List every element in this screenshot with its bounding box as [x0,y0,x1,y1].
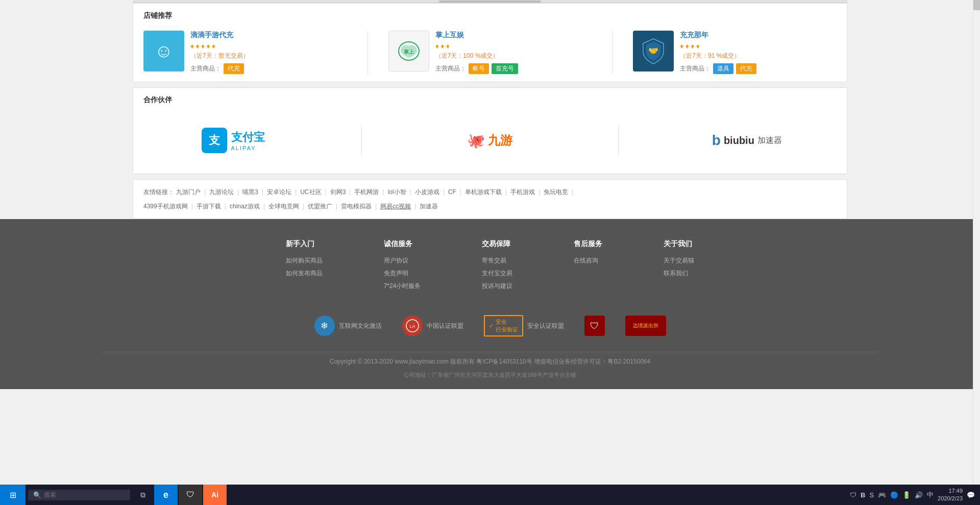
store-avatar-1: ☺ [143,31,184,71]
link-phone-games[interactable]: 手机游戏 [510,186,535,198]
link-chinaz[interactable]: chinaz游戏 [230,200,260,212]
jiuyou-icon: 🐙 [467,132,485,149]
footer-link-user-agreement[interactable]: 用户协议 [384,256,421,265]
svg-text:LA: LA [409,324,415,329]
store-avatar-2: 掌上 [388,31,429,71]
store-stars-3: ♦ ♦ ♦ ♦ [680,42,837,50]
footer-col-trade: 交易保障 寄售交易 支付宝交易 投诉与建议 [482,239,512,295]
biubiu-logo: b biubiu 加速器 [712,132,782,149]
store-info-1: 滴滴手游代充 ♦ ♦ ♦ ♦ ♦ （近7天：暂无交易） 主营商品： 代充 [190,31,347,74]
police-icon: 🛡 [590,321,599,331]
star-icon: ♦ [190,42,194,50]
footer-link-consignment[interactable]: 寄售交易 [482,256,512,265]
badge-internet-culture: ❄ 互联网文化激活 [314,316,382,336]
stores-row: ☺ 滴滴手游代充 ♦ ♦ ♦ ♦ ♦ （近7天：暂无交易） 主营商品： 代充 [143,31,837,74]
partner-biubiu[interactable]: b biubiu 加速器 [696,132,798,149]
link-4399[interactable]: 4399手机游戏网 [143,200,188,212]
footer-link-how-buy[interactable]: 如何购买商品 [286,256,323,265]
scroll-thumb[interactable] [973,0,980,10]
police-badge-icon: 🛡 [584,316,605,336]
store-avatar-3: 🤝 [633,31,674,71]
link-xiaopi-games[interactable]: 小皮游戏 [415,186,439,198]
tag-btn-daichong-3[interactable]: 代充 [736,63,756,74]
link-single-download[interactable]: 单机游戏下载 [465,186,502,198]
link-shouyou-download[interactable]: 手游下载 [197,200,221,212]
footer-col-title-about: 关于我们 [664,239,694,249]
tag-btn-shouchong[interactable]: 首充号 [492,63,518,74]
security-badge-box: ✓ 安全行业验证 [484,315,523,336]
jiuyou-store-icon: 掌上 [394,38,424,64]
store-name-2[interactable]: 掌上互娱 [435,31,592,40]
store-tags-1: 主营商品： 代充 [190,63,347,74]
link-jianjian-3[interactable]: 剑网3 [330,186,346,198]
store-trade-1: （近7天：暂无交易） [190,52,347,60]
link-mobile-games[interactable]: 手机网游 [354,186,379,198]
scroll-inner [439,1,541,3]
cert-badge-icon: LA [402,316,423,336]
store-divider-2 [612,31,612,74]
star-icon: ♦ [691,42,694,50]
smile-icon: ☺ [155,40,174,62]
biubiu-text: biubiu [724,135,754,147]
store-item-1: ☺ 滴滴手游代充 ♦ ♦ ♦ ♦ ♦ （近7天：暂无交易） 主营商品： 代充 [143,31,347,74]
tag-btn-daoju[interactable]: 道具 [713,63,733,74]
partners-section: 合作伙伴 支 支付宝 ALIPAY 🐙 九游 [133,87,847,174]
footer: 新手入门 如何购买商品 如何发布商品 诚信服务 用户协议 免责声明 7*24小时… [0,219,980,389]
footer-col-title-trade: 交易保障 [482,239,512,249]
store-recommendation-section: 店铺推荐 ☺ 滴滴手游代充 ♦ ♦ ♦ ♦ ♦ （近7天：暂无交易） [133,3,847,82]
star-icon: ♦ [696,42,700,50]
link-youmeng[interactable]: 优盟推广 [308,200,332,212]
footer-link-disclaimer[interactable]: 免责声明 [384,269,421,278]
link-wangyi-cc[interactable]: 网易cc视频 [380,200,411,212]
tag-btn-daichong-1[interactable]: 代充 [224,63,244,74]
badge-security-cert: ✓ 安全行业验证 安全认证联盟 [484,315,564,336]
link-leiddian[interactable]: 雷电模拟器 [341,200,372,212]
shield-store-icon: 🤝 [641,37,666,65]
store-name-1[interactable]: 滴滴手游代充 [190,31,347,40]
badge-border-police: 边境派出所 [625,316,666,336]
store-info-2: 掌上互娱 ♦ ♦ ♦ （近7天：100 %成交） 主营商品： 帐号 首充号 [435,31,592,74]
star-icon: ♦ [446,42,450,50]
link-jiuyou-forum[interactable]: 九游论坛 [209,186,234,198]
badge-china-cert-text: 中国认证联盟 [427,322,463,330]
footer-col-credit: 诚信服务 用户协议 免责声明 7*24小时服务 [384,239,421,295]
footer-link-alipay-trade[interactable]: 支付宝交易 [482,269,512,278]
footer-link-complaint[interactable]: 投诉与建议 [482,282,512,291]
footer-link-contact[interactable]: 联系我们 [664,269,694,278]
footer-col-title-newbie: 新手入门 [286,239,323,249]
footer-link-how-sell[interactable]: 如何发布商品 [286,269,323,278]
footer-link-online-consult[interactable]: 在线咨询 [574,256,602,265]
link-uc-community[interactable]: UC社区 [300,186,321,198]
star-icon: ♦ [201,42,205,50]
store-tag-label-3: 主营商品： [680,64,710,73]
store-tags-2: 主营商品： 帐号 首充号 [435,63,592,74]
ice-badge-icon: ❄ [314,316,335,336]
store-name-3[interactable]: 充充那年 [680,31,837,40]
partner-jiuyou[interactable]: 🐙 九游 [439,132,541,149]
link-accelerator[interactable]: 加速器 [420,200,438,212]
tag-btn-zhanghao[interactable]: 帐号 [469,63,489,74]
security-badge-inner: 安全行业验证 [496,318,518,333]
badge-police: 🛡 [584,316,605,336]
partners-section-title: 合作伙伴 [143,95,837,107]
footer-link-about-us[interactable]: 关于交易猫 [664,256,694,265]
link-lol-small[interactable]: lol小智 [388,186,406,198]
badge-internet-culture-text: 互联网文化激活 [339,322,382,330]
star-icon: ♦ [435,42,439,50]
partner-alipay[interactable]: 支 支付宝 ALIPAY [182,128,284,153]
footer-col-about: 关于我们 关于交易猫 联系我们 [664,239,694,295]
link-android-forum[interactable]: 安卓论坛 [267,186,291,198]
link-jiuyou-portal[interactable]: 九游门户 [176,186,201,198]
badge-china-cert: LA 中国认证联盟 [402,316,463,336]
link-mianwan[interactable]: 免玩电竞 [544,186,568,198]
footer-link-24h[interactable]: 7*24小时服务 [384,282,421,291]
alipay-icon: 支 [202,128,227,153]
partner-divider-2 [618,125,619,156]
store-trade-3: （近7天：91 %成交） [680,52,837,60]
link-global-esports[interactable]: 全球电竞网 [268,200,299,212]
footer-col-title-aftersale: 售后服务 [574,239,602,249]
link-miao-3[interactable]: 喵黑3 [242,186,258,198]
scrollbar[interactable]: ▲ [973,0,980,389]
link-cf[interactable]: CF [448,186,456,198]
store-item-3: 🤝 充充那年 ♦ ♦ ♦ ♦ （近7天：91 %成交） 主营商品： 道具 [633,31,837,74]
